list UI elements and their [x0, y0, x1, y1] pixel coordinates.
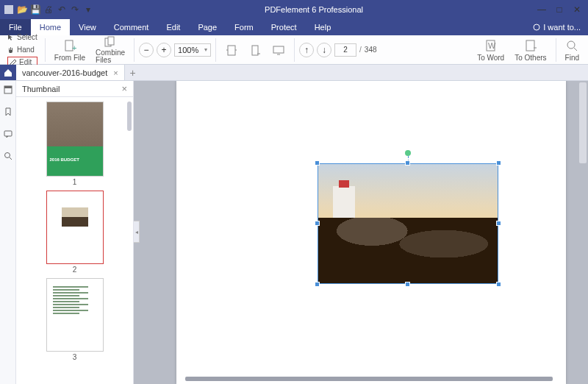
hand-icon	[7, 46, 15, 54]
qat-dropdown-icon[interactable]: ▾	[82, 4, 94, 15]
menu-page[interactable]: Page	[189, 19, 226, 35]
fit-width-icon	[248, 43, 262, 57]
open-icon[interactable]: 📂	[16, 4, 28, 15]
document-tabs: vancouver-2016-budget × +	[0, 65, 588, 81]
image-content	[318, 163, 498, 284]
svg-rect-11	[526, 40, 534, 51]
bookmarks-icon[interactable]	[2, 106, 14, 118]
maximize-button[interactable]: □	[551, 3, 567, 16]
i-want-to[interactable]: I want to...	[526, 19, 588, 35]
thumbnails-icon[interactable]	[2, 84, 14, 96]
page-total: 348	[365, 46, 377, 54]
horizontal-scrollbar[interactable]	[185, 377, 553, 381]
thumbnail-header: Thumbnail ×	[16, 81, 133, 97]
svg-point-16	[4, 153, 10, 158]
resize-handle-e[interactable]	[496, 221, 501, 226]
document-canvas[interactable]: ◂	[134, 81, 588, 384]
svg-rect-5	[108, 37, 114, 45]
thumb-num: 1	[73, 178, 77, 186]
home-icon	[4, 68, 12, 77]
resize-handle-ne[interactable]	[496, 160, 501, 166]
hand-mode[interactable]: Hand	[7, 44, 37, 56]
menu-view[interactable]: View	[70, 19, 105, 35]
thumbnail-2[interactable]: 2	[46, 191, 104, 274]
from-file-button[interactable]: + From File	[50, 37, 90, 63]
redo-icon[interactable]: ↷	[69, 4, 81, 15]
screen-icon	[272, 43, 285, 57]
resize-handle-s[interactable]	[405, 282, 410, 287]
find-button[interactable]: Find	[561, 37, 584, 63]
window-controls: — □ ✕	[534, 3, 585, 16]
save-icon[interactable]: 💾	[29, 4, 41, 15]
undo-icon[interactable]: ↶	[56, 4, 68, 15]
close-button[interactable]: ✕	[569, 3, 585, 16]
thumbnail-panel: Thumbnail × 2016 BUDGET 1 2	[16, 81, 134, 384]
page-nav: ↑ ↓ 2 / 348	[299, 43, 376, 57]
main-area: Thumbnail × 2016 BUDGET 1 2	[0, 81, 588, 384]
svg-text:+: +	[72, 43, 76, 52]
app-title: PDFelement 6 Professional	[94, 5, 534, 14]
search-icon	[565, 39, 578, 52]
resize-handle-w[interactable]	[315, 221, 320, 226]
sidebar	[0, 81, 16, 384]
print-icon[interactable]: 🖨	[43, 4, 54, 15]
export-icon	[524, 39, 537, 52]
fit-width-button[interactable]	[244, 37, 266, 63]
thumbnail-1[interactable]: 2016 BUDGET 1	[46, 102, 104, 186]
home-tab[interactable]	[0, 65, 16, 80]
page-number-input[interactable]: 2	[334, 43, 356, 57]
resize-handle-se[interactable]	[496, 282, 501, 287]
selected-image[interactable]	[318, 163, 498, 284]
close-tab-icon[interactable]: ×	[113, 68, 118, 77]
chevron-down-icon: ▾	[204, 46, 207, 53]
svg-text:W: W	[488, 41, 496, 50]
zoom-in-button[interactable]: +	[157, 43, 171, 57]
page-view	[176, 81, 566, 384]
fullscreen-button[interactable]	[268, 37, 290, 63]
thumbnail-title: Thumbnail	[22, 85, 60, 93]
combine-files-button[interactable]: Combine Files	[91, 37, 129, 63]
next-page-button[interactable]: ↓	[317, 43, 331, 57]
mode-group: Select Hand Edit	[4, 32, 40, 68]
ribbon: Select Hand Edit + From File Combine Fil…	[0, 35, 588, 65]
menu-edit[interactable]: Edit	[157, 19, 189, 35]
svg-rect-7	[252, 46, 258, 55]
to-word-button[interactable]: W To Word	[473, 37, 509, 63]
vertical-scrollbar[interactable]	[579, 82, 587, 163]
svg-rect-8	[273, 46, 284, 53]
svg-rect-6	[228, 46, 235, 55]
minimize-button[interactable]: —	[534, 3, 550, 16]
search-panel-icon[interactable]	[2, 150, 14, 162]
zoom-out-button[interactable]: −	[139, 43, 154, 57]
resize-handle-n[interactable]	[405, 160, 410, 166]
select-mode[interactable]: Select	[7, 32, 37, 43]
menu-bar: File Home View Comment Edit Page Form Pr…	[0, 19, 588, 35]
resize-handle-sw[interactable]	[315, 282, 320, 287]
thumb-num: 2	[73, 266, 77, 274]
menu-comment[interactable]: Comment	[105, 19, 158, 35]
thumb-num: 3	[73, 353, 77, 361]
bulb-icon	[533, 24, 540, 31]
title-bar: 📂 💾 🖨 ↶ ↷ ▾ PDFelement 6 Professional — …	[0, 0, 588, 19]
doc-tab[interactable]: vancouver-2016-budget ×	[16, 65, 125, 80]
prev-page-button[interactable]: ↑	[299, 43, 314, 57]
menu-protect[interactable]: Protect	[262, 19, 306, 35]
close-panel-icon[interactable]: ×	[121, 83, 127, 94]
to-others-button[interactable]: To Others	[510, 37, 551, 63]
resize-handle-nw[interactable]	[315, 160, 320, 166]
menu-help[interactable]: Help	[306, 19, 340, 35]
thumbnail-3[interactable]: 3	[46, 278, 104, 361]
zoom-group: − + 100%▾	[139, 43, 211, 57]
menu-form[interactable]: Form	[226, 19, 262, 35]
quick-access-toolbar: 📂 💾 🖨 ↶ ↷ ▾	[3, 4, 94, 15]
thumbnail-scrollbar[interactable]	[127, 102, 132, 131]
doc-tab-label: vancouver-2016-budget	[22, 68, 107, 77]
add-tab-button[interactable]: +	[125, 65, 141, 80]
comments-icon[interactable]	[2, 128, 14, 140]
cover-text: 2016 BUDGET	[50, 157, 79, 162]
word-icon: W	[484, 39, 498, 52]
collapse-panel-button[interactable]: ◂	[134, 221, 140, 243]
rotate-handle[interactable]	[405, 150, 411, 156]
zoom-value[interactable]: 100%▾	[174, 43, 211, 57]
fit-page-button[interactable]	[220, 37, 243, 63]
